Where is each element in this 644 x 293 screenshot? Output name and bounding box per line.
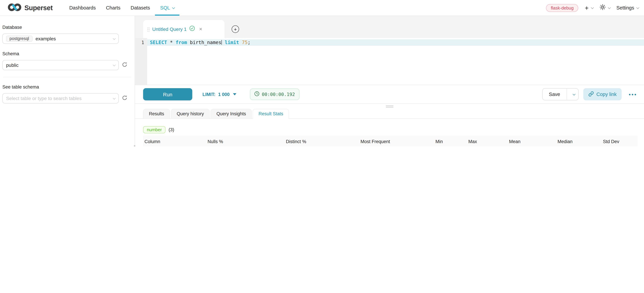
database-select[interactable]: postgresql examples <box>2 34 119 44</box>
table-select[interactable] <box>2 93 119 104</box>
superset-brand[interactable]: Superset <box>8 2 52 13</box>
column-count: (3) <box>168 127 174 132</box>
chevron-down-icon <box>113 97 116 100</box>
refresh-icon[interactable] <box>122 62 128 69</box>
query-tab-title: Untitled Query 1 <box>152 26 186 32</box>
table-search-input[interactable] <box>6 96 104 101</box>
chevron-down-icon <box>591 6 594 9</box>
sidebar-divider <box>3 77 131 77</box>
schema-label: Schema <box>2 51 132 56</box>
grip-icon <box>386 105 393 108</box>
number-section-header: number (3) <box>143 126 638 133</box>
navbar: Superset Dashboards Charts Datasets SQL … <box>0 0 644 16</box>
limit-dropdown[interactable]: LIMIT: 1 000 <box>202 92 236 97</box>
database-name: examples <box>36 36 56 41</box>
environment-tag: flask-debug <box>546 4 578 12</box>
table-schema-label: See table schema <box>2 84 132 90</box>
pane-resize-handle[interactable] <box>135 104 644 109</box>
sql-editor-panel: Untitled Query 1 × + 1 SELECT * from bir… <box>135 16 644 146</box>
copy-link-button[interactable]: Copy link <box>583 88 622 100</box>
new-item-button[interactable]: + <box>585 4 593 11</box>
brand-name: Superset <box>24 4 52 12</box>
main-nav: Dashboards Charts Datasets SQL <box>64 0 180 16</box>
tab-query-insights[interactable]: Query Insights <box>211 109 252 118</box>
check-circle-icon <box>189 26 195 32</box>
tab-result-stats[interactable]: Result Stats <box>253 109 289 118</box>
sun-icon <box>600 4 606 12</box>
editor-gutter: 1 <box>135 38 147 85</box>
nav-datasets[interactable]: Datasets <box>126 0 155 16</box>
save-button[interactable]: Save <box>542 88 566 100</box>
tab-query-history[interactable]: Query history <box>171 109 210 118</box>
superset-logo-icon <box>8 2 22 13</box>
theme-toggle-button[interactable] <box>600 4 610 12</box>
close-icon[interactable]: × <box>199 26 202 32</box>
sql-code-editor[interactable]: 1 SELECT * from birth_names limit 75; <box>135 38 644 85</box>
line-number: 1 <box>135 39 144 46</box>
nav-dashboards[interactable]: Dashboards <box>64 0 101 16</box>
scrollbar-thumb[interactable] <box>134 145 135 146</box>
settings-menu[interactable]: Settings <box>616 5 638 10</box>
database-engine-tag: postgresql <box>6 36 32 42</box>
schema-select[interactable]: public <box>2 60 119 70</box>
chevron-down-icon <box>113 37 116 40</box>
save-options-button[interactable] <box>566 88 578 100</box>
sql-lab-sidebar: Database postgresql examples Schema publ… <box>0 16 135 146</box>
chevron-down-icon <box>113 64 116 66</box>
superset-sql-lab: Superset Dashboards Charts Datasets SQL … <box>0 0 644 146</box>
save-split-button: Save <box>542 88 578 100</box>
query-tab[interactable]: Untitled Query 1 × <box>143 20 224 38</box>
more-actions-button[interactable]: ••• <box>629 92 637 97</box>
chevron-down-icon <box>608 6 610 9</box>
navbar-right: flask-debug + Settings <box>546 4 638 12</box>
editor-toolbar: Run LIMIT: 1 000 00:00:00.192 Save <box>135 85 644 104</box>
result-stats-panel: number (3) ColumnNulls % Distinct %Most … <box>135 119 644 146</box>
plus-icon: + <box>585 4 588 11</box>
tab-results[interactable]: Results <box>143 109 170 118</box>
clock-icon <box>254 91 260 97</box>
editor-tabstrip: Untitled Query 1 × + <box>135 16 644 38</box>
link-icon <box>588 91 594 98</box>
plus-icon: + <box>234 26 237 32</box>
caret-down-icon <box>233 93 236 95</box>
type-badge-number: number <box>143 126 166 133</box>
elapsed-timer: 00:00:00.192 <box>250 88 299 100</box>
database-label: Database <box>2 25 132 30</box>
editor-code-area[interactable]: SELECT * from birth_names limit 75; <box>147 38 644 85</box>
results-tabstrip: Results Query history Query Insights Res… <box>135 109 644 119</box>
chevron-down-icon <box>172 6 175 9</box>
table-header: ColumnNulls % Distinct %Most Frequent Mi… <box>143 136 638 146</box>
add-tab-button[interactable]: + <box>232 26 239 33</box>
number-stats-table: ColumnNulls % Distinct %Most Frequent Mi… <box>143 136 638 146</box>
nav-charts[interactable]: Charts <box>101 0 126 16</box>
run-button[interactable]: Run <box>143 88 192 100</box>
nav-sql[interactable]: SQL <box>155 0 180 16</box>
chevron-down-icon <box>572 92 575 96</box>
drag-handle-icon[interactable] <box>147 26 150 31</box>
refresh-icon[interactable] <box>122 95 128 102</box>
code-line[interactable]: SELECT * from birth_names limit 75; <box>147 39 644 46</box>
chevron-down-icon <box>636 6 639 9</box>
